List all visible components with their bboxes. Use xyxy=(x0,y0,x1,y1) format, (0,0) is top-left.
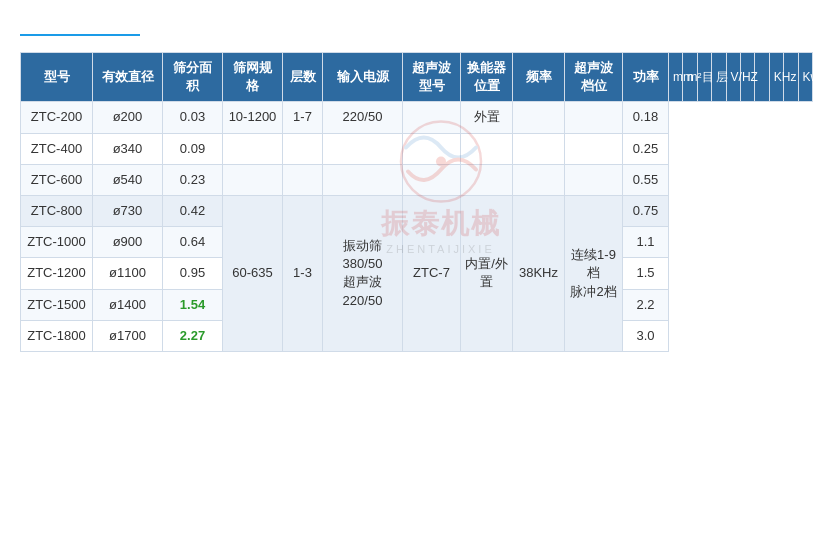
table-row: ZTC-200ø2000.0310-12001-7220/50外置0.18 xyxy=(21,102,813,133)
cell-ultrasonic-model xyxy=(403,102,461,133)
cell-ultrasonic-gear xyxy=(565,102,623,133)
cell-power: 0.55 xyxy=(623,164,669,195)
table-row: ZTC-800ø7300.4260-6351-3振动筛 380/50 超声波 2… xyxy=(21,195,813,226)
cell-diameter: ø540 xyxy=(93,164,163,195)
th-power-input: 输入电源 xyxy=(323,53,403,102)
table-row: ZTC-400ø3400.090.25 xyxy=(21,133,813,164)
cell-power: 0.75 xyxy=(623,195,669,226)
th-unit-vhz: V/HZ xyxy=(726,53,740,102)
th-diameter: 有效直径 xyxy=(93,53,163,102)
th-transducer-pos: 换能器位置 xyxy=(461,53,513,102)
cell-power-input: 220/50 xyxy=(323,102,403,133)
cell-area: 0.42 xyxy=(163,195,223,226)
cell-model: ZTC-200 xyxy=(21,102,93,133)
cell-layers: 1-7 xyxy=(283,102,323,133)
cell-transducer-pos-merged: 内置/外置 xyxy=(461,195,513,351)
cell-ultrasonic-gear-merged: 连续1-9档 脉冲2档 xyxy=(565,195,623,351)
cell-ultrasonic-model-merged: ZTC-7 xyxy=(403,195,461,351)
cell-model: ZTC-400 xyxy=(21,133,93,164)
cell-diameter: ø340 xyxy=(93,133,163,164)
cell-mesh-spec-merged: 60-635 xyxy=(223,195,283,351)
product-parameter-table: 型号 有效直径 筛分面积 筛网规格 层数 输入电源 超声波型号 换能器位置 频率… xyxy=(20,52,813,352)
cell-power: 3.0 xyxy=(623,320,669,351)
th-model: 型号 xyxy=(21,53,93,102)
th-power: 功率 xyxy=(623,53,669,102)
cell-diameter: ø1400 xyxy=(93,289,163,320)
cell-area: 0.64 xyxy=(163,227,223,258)
cell-model: ZTC-1800 xyxy=(21,320,93,351)
th-ultrasonic-model: 超声波型号 xyxy=(403,53,461,102)
cell-power: 2.2 xyxy=(623,289,669,320)
cell-area: 1.54 xyxy=(163,289,223,320)
cell-diameter: ø900 xyxy=(93,227,163,258)
cell-power: 1.5 xyxy=(623,258,669,289)
cell-layers-blank xyxy=(283,133,323,164)
cell-area: 0.09 xyxy=(163,133,223,164)
cell-power: 0.18 xyxy=(623,102,669,133)
cell-power-input-blank xyxy=(323,164,403,195)
cell-diameter: ø730 xyxy=(93,195,163,226)
page: 型号 有效直径 筛分面积 筛网规格 层数 输入电源 超声波型号 换能器位置 频率… xyxy=(0,0,833,552)
cell-ultrasonic-gear-blank xyxy=(565,164,623,195)
cell-freq-blank xyxy=(513,133,565,164)
th-ultrasonic-gear: 超声波档位 xyxy=(565,53,623,102)
cell-transducer-pos-blank xyxy=(461,164,513,195)
th-unit-mm: mm xyxy=(669,53,683,102)
cell-power: 0.25 xyxy=(623,133,669,164)
cell-area: 0.23 xyxy=(163,164,223,195)
table-row: ZTC-600ø5400.230.55 xyxy=(21,164,813,195)
cell-area: 0.03 xyxy=(163,102,223,133)
cell-power-input-blank xyxy=(323,133,403,164)
cell-diameter: ø1700 xyxy=(93,320,163,351)
cell-mesh-spec: 10-1200 xyxy=(223,102,283,133)
cell-model: ZTC-1200 xyxy=(21,258,93,289)
cell-mesh-spec-blank xyxy=(223,164,283,195)
cell-power: 1.1 xyxy=(623,227,669,258)
cell-ultrasonic-gear-blank xyxy=(565,133,623,164)
th-layers: 层数 xyxy=(283,53,323,102)
cell-model: ZTC-600 xyxy=(21,164,93,195)
cell-area: 0.95 xyxy=(163,258,223,289)
th-unit-ceng: 层 xyxy=(712,53,726,102)
th-unit-kw: Kw xyxy=(798,53,812,102)
cell-freq-merged: 38KHz xyxy=(513,195,565,351)
th-unit-khz: KHz xyxy=(769,53,783,102)
cell-ultrasonic-model-blank xyxy=(403,164,461,195)
cell-diameter: ø200 xyxy=(93,102,163,133)
th-mesh-spec: 筛网规格 xyxy=(223,53,283,102)
cell-layers-merged: 1-3 xyxy=(283,195,323,351)
cell-model: ZTC-1500 xyxy=(21,289,93,320)
cell-ultrasonic-model-blank xyxy=(403,133,461,164)
cell-diameter: ø1100 xyxy=(93,258,163,289)
cell-area: 2.27 xyxy=(163,320,223,351)
th-freq: 频率 xyxy=(513,53,565,102)
cell-transducer-pos-blank xyxy=(461,133,513,164)
cell-transducer-pos: 外置 xyxy=(461,102,513,133)
th-area: 筛分面积 xyxy=(163,53,223,102)
cell-freq xyxy=(513,102,565,133)
cell-mesh-spec-blank xyxy=(223,133,283,164)
cell-layers-blank xyxy=(283,164,323,195)
header-underline xyxy=(20,34,140,36)
cell-power-input-merged: 振动筛 380/50 超声波 220/50 xyxy=(323,195,403,351)
cell-model: ZTC-800 xyxy=(21,195,93,226)
cell-freq-blank xyxy=(513,164,565,195)
cell-model: ZTC-1000 xyxy=(21,227,93,258)
